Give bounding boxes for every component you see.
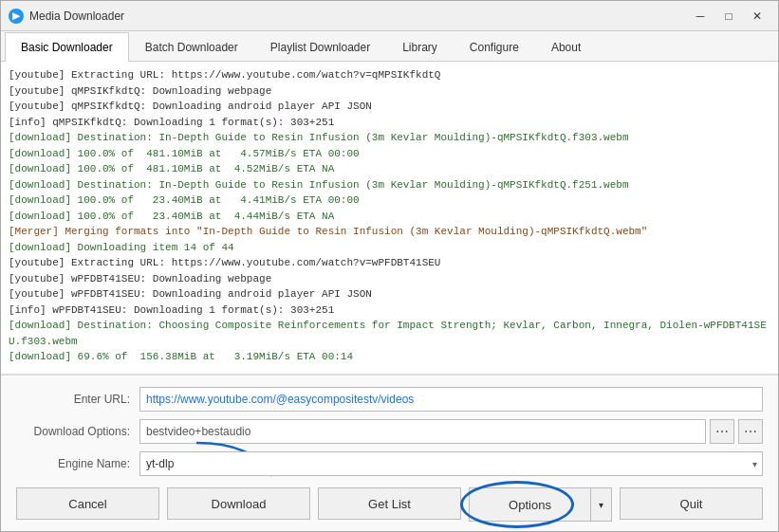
get-list-button[interactable]: Get List bbox=[318, 487, 461, 520]
bottom-panel: Enter URL: URL Download Options: bbox=[1, 375, 778, 531]
log-line: [download] Downloading item 14 of 44 bbox=[9, 240, 770, 256]
engine-label: Engine Name: bbox=[16, 457, 139, 470]
log-line: [download] Destination: In-Depth Guide t… bbox=[9, 177, 770, 193]
log-line: [download] 100.0% of 23.40MiB at 4.41MiB… bbox=[9, 193, 770, 209]
window-controls: ─ □ ✕ bbox=[687, 7, 770, 26]
tab-about[interactable]: About bbox=[535, 32, 597, 62]
tab-library[interactable]: Library bbox=[386, 32, 454, 62]
log-line: [download] 100.0% of 23.40MiB at 4.44MiB… bbox=[9, 209, 770, 225]
options-extra-btn-2[interactable]: ⋯ bbox=[738, 419, 763, 444]
log-line: [Merger] Merging formats into "In-Depth … bbox=[9, 224, 770, 240]
options-dropdown-arrow[interactable]: ▾ bbox=[590, 488, 611, 521]
log-line: [download] 69.6% of 156.38MiB at 3.19MiB… bbox=[9, 349, 770, 365]
log-line: [info] qMPSIKfkdtQ: Downloading 1 format… bbox=[9, 115, 770, 131]
log-line: [youtube] qMPSIKfkdtQ: Downloading webpa… bbox=[9, 83, 770, 100]
log-line: [youtube] qMPSIKfkdtQ: Downloading andro… bbox=[9, 99, 770, 115]
log-line: [youtube] Extracting URL: https://www.yo… bbox=[9, 67, 770, 83]
main-window: ▶ Media Downloader ─ □ ✕ Basic Downloade… bbox=[0, 0, 779, 532]
log-line: [youtube] wPFDBT41SEU: Downloading webpa… bbox=[9, 271, 770, 287]
url-label: Enter URL: bbox=[16, 393, 139, 406]
engine-row: Engine Name: yt-dlp youtube-dl ▾ bbox=[16, 451, 763, 476]
log-line: [info] wPFDBT41SEU: Downloading 1 format… bbox=[9, 303, 770, 319]
url-row: Enter URL: URL bbox=[16, 387, 763, 412]
options-extra-btn-1[interactable]: ⋯ bbox=[710, 419, 734, 444]
log-line: [download] 100.0% of 481.10MiB at 4.57Mi… bbox=[9, 146, 770, 162]
download-options-input[interactable] bbox=[139, 419, 706, 444]
quit-button[interactable]: Quit bbox=[620, 487, 763, 520]
tab-basic-downloader[interactable]: Basic Downloader bbox=[5, 32, 129, 62]
cancel-button[interactable]: Cancel bbox=[16, 487, 159, 520]
minimize-button[interactable]: ─ bbox=[687, 7, 714, 26]
log-output: [youtube] Extracting URL: https://www.yo… bbox=[1, 62, 778, 375]
close-button[interactable]: ✕ bbox=[744, 7, 770, 26]
download-options-row: Download Options: ⋯ ⋯ bbox=[16, 419, 763, 444]
tab-batch-downloader[interactable]: Batch Downloader bbox=[129, 32, 254, 62]
options-button-wrapper: Options ▾ bbox=[469, 487, 612, 522]
log-line: [youtube] wPFDBT41SEU: Downloading andro… bbox=[9, 286, 770, 303]
title-bar: ▶ Media Downloader ─ □ ✕ bbox=[1, 1, 778, 31]
button-row: Cancel Download Get List Options ▾ Quit bbox=[16, 487, 763, 522]
red-arrow-annotation bbox=[772, 386, 779, 413]
maximize-button[interactable]: □ bbox=[715, 7, 742, 26]
engine-select-wrapper: yt-dlp youtube-dl ▾ bbox=[139, 451, 763, 476]
window-title: Media Downloader bbox=[29, 9, 687, 23]
options-main-button[interactable]: Options bbox=[470, 488, 590, 521]
url-input[interactable] bbox=[139, 387, 763, 412]
download-options-label: Download Options: bbox=[16, 425, 139, 438]
log-line: [download] Destination: Choosing Composi… bbox=[9, 318, 770, 349]
app-icon: ▶ bbox=[9, 9, 24, 24]
log-line: [download] Destination: In-Depth Guide t… bbox=[9, 130, 770, 146]
download-button[interactable]: Download bbox=[167, 487, 310, 520]
engine-select[interactable]: yt-dlp youtube-dl bbox=[139, 451, 763, 476]
log-line: [youtube] Extracting URL: https://www.yo… bbox=[9, 255, 770, 271]
tab-bar: Basic Downloader Batch Downloader Playli… bbox=[1, 31, 778, 62]
tab-configure[interactable]: Configure bbox=[454, 32, 535, 62]
log-line: [download] 100.0% of 481.10MiB at 4.52Mi… bbox=[9, 161, 770, 177]
tab-playlist-downloader[interactable]: Playlist Downloader bbox=[254, 32, 386, 62]
